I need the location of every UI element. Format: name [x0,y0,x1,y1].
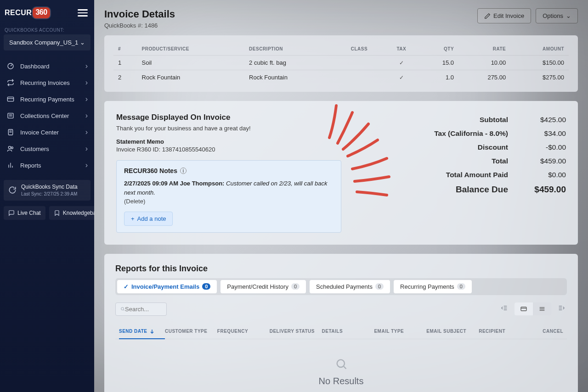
nav-recurring-payments[interactable]: Recurring Payments [0,91,94,107]
tab-invoice-payment-emails[interactable]: ✓ Invoice/Payment Emails 0 [117,280,217,293]
no-results-text: No Results [115,376,567,386]
logo-badge: 360 [32,6,51,19]
svg-point-10 [11,147,13,149]
memo-label: Statement Memo [116,138,382,145]
chevron-right-icon [85,95,88,103]
account-select[interactable]: Sandbox Company_US_1 [4,34,90,50]
nav-label: Recurring Invoices [20,79,70,86]
discount-label: Discount [478,143,508,151]
nav-customers[interactable]: Customers [0,140,94,157]
message-body: Thank you for your business and have a g… [116,125,382,132]
nav-label: Dashboard [20,63,50,70]
repeat-icon [6,79,15,86]
items-card: # PRODUCT/SERVICE DESCRIPTION CLASS TAX … [104,35,578,92]
add-note-button[interactable]: + Add a note [124,212,173,226]
col-email-type[interactable]: EMAIL TYPE [374,329,426,334]
nav-reports[interactable]: Reports [0,157,94,174]
logo-text-left: RECUR [5,9,32,17]
cell-amount: $275.00 [510,70,569,85]
report-tabs: ✓ Invoice/Payment Emails 0 Payment/Credi… [115,278,567,295]
cell-amount: $150.00 [510,56,569,70]
col-delivery-status[interactable]: DELIVERY STATUS [270,329,322,334]
logo[interactable]: RECUR 360 [5,6,51,19]
view-card-button[interactable] [514,302,533,315]
bookmark-icon [54,210,60,216]
col-cancel[interactable]: CANCEL [531,329,563,334]
table-row: 1 Soil 2 cubic ft. bag 15.0 10.00 $150.0… [113,56,569,70]
nav-label: Invoice Center [20,129,59,136]
chevron-right-icon [85,128,88,136]
edit-invoice-button[interactable]: Edit Invoice [477,8,531,23]
message-title: Message Displayed On Invoice [116,113,382,122]
col-class: CLASS [335,43,384,56]
subtotal-label: Subtotal [480,116,508,124]
col-details[interactable]: DETAILS [322,329,374,334]
tab-label: Payment/Credit History [227,283,288,290]
options-label: Options [543,12,563,19]
col-customer-type[interactable]: CUSTOMER TYPE [165,329,217,334]
search-box[interactable] [115,302,167,316]
tab-count: 0 [202,283,210,290]
reports-title: Reports for this Invoice [115,264,567,274]
add-note-label: Add a note [137,215,166,222]
edit-invoice-label: Edit Invoice [493,12,524,19]
nav-dashboard[interactable]: Dashboard [0,58,94,74]
nav-recurring-invoices[interactable]: Recurring Invoices [0,74,94,91]
page-title: Invoice Details [104,8,175,20]
info-icon[interactable]: i [180,168,187,174]
expand-right-icon[interactable] [556,302,567,315]
svg-rect-1 [7,97,13,101]
search-input[interactable] [125,306,162,313]
note-timestamp: 2/27/2025 09:09 AM Joe Thompson: [124,180,224,187]
document-icon [6,129,15,136]
cell-desc: Rock Fountain [244,70,334,85]
col-email-subject[interactable]: EMAIL SUBJECT [426,329,479,334]
chevron-right-icon [85,78,88,87]
check-icon [399,59,404,66]
tab-label: Recurring Payments [400,283,454,290]
tax-value: $34.00 [525,129,566,138]
gauge-icon [6,62,15,70]
no-results: No Results [115,339,567,391]
svg-point-9 [8,146,11,149]
sync-button[interactable]: QuickBooks Sync Data Last Sync: 2/27/25 … [4,180,90,201]
nav-invoice-center[interactable]: Invoice Center [0,124,94,140]
live-chat-label: Live Chat [17,210,41,216]
tab-recurring-payments[interactable]: Recurring Payments 0 [394,280,472,293]
balance-value: $459.00 [525,185,566,195]
sync-icon [8,186,17,194]
nav-label: Customers [20,146,49,152]
search-icon [335,358,348,370]
collapse-left-icon[interactable] [499,302,510,315]
memo-value: Invoice R360 ID: 1387410855540620 [116,146,382,153]
col-amount: AMOUNT [510,43,569,56]
chevron-down-icon [80,39,85,46]
cell-num: 1 [113,56,137,70]
sidebar: RECUR 360 QUICKBOOKS ACCOUNT: Sandbox Co… [0,0,94,392]
cell-product: Soil [137,56,245,70]
col-frequency[interactable]: FREQUENCY [217,329,270,334]
notes-box: RECUR360 Notes i 2/27/2025 09:09 AM Joe … [116,160,341,233]
view-list-button[interactable] [533,302,551,315]
check-icon [399,74,404,81]
card-icon [6,95,15,103]
search-icon [120,306,125,312]
col-desc: DESCRIPTION [244,43,334,56]
tab-scheduled-payments[interactable]: Scheduled Payments 0 [310,280,390,293]
live-chat-button[interactable]: Live Chat [4,206,45,220]
options-button[interactable]: Options [536,8,578,23]
tax-label: Tax (California - 8.0%) [434,129,508,138]
col-label: SEND DATE [119,329,147,334]
col-send-date[interactable]: SEND DATE [119,329,165,339]
cell-tax [384,70,419,85]
items-table: # PRODUCT/SERVICE DESCRIPTION CLASS TAX … [113,43,569,84]
hamburger-icon[interactable] [78,9,88,17]
svg-rect-19 [521,307,526,311]
col-recipient[interactable]: RECIPIENT [479,329,531,334]
chevron-right-icon [85,145,88,153]
nav-collections[interactable]: Collections Center [0,107,94,124]
tab-payment-credit-history[interactable]: Payment/Credit History 0 [220,280,306,293]
note-delete-link[interactable]: (Delete) [124,197,334,206]
arrow-down-icon [149,329,155,334]
report-column-headers: SEND DATE CUSTOMER TYPE FREQUENCY DELIVE… [115,324,567,339]
